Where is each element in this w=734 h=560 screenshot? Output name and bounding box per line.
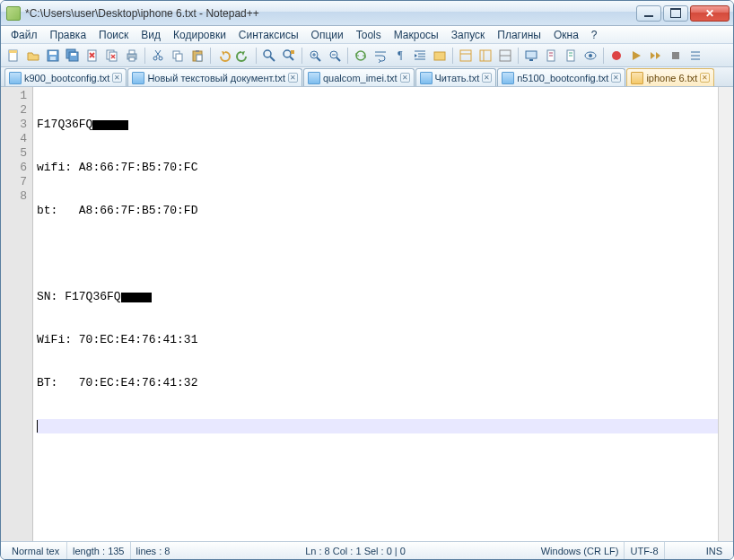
svg-rect-3: [49, 51, 57, 55]
tab-qualcom[interactable]: qualcom_imei.txt✕: [303, 68, 415, 86]
doc1-icon[interactable]: [542, 47, 560, 65]
svg-point-60: [589, 54, 592, 57]
mon-icon[interactable]: [522, 47, 540, 65]
list-icon[interactable]: [686, 47, 704, 65]
svg-point-18: [153, 57, 157, 60]
folder-icon[interactable]: [431, 47, 449, 65]
minimize-button[interactable]: [636, 5, 661, 22]
menu-search[interactable]: Поиск: [92, 27, 135, 43]
editor[interactable]: 1 2 3 4 5 6 7 8 F17Q36FQ wifi: A8:66:7F:…: [1, 87, 733, 541]
find-icon[interactable]: [260, 47, 278, 65]
wrap-icon[interactable]: [371, 47, 389, 65]
menu-plugins[interactable]: Плагины: [491, 27, 547, 43]
menu-run[interactable]: Запуск: [445, 27, 492, 43]
print-icon[interactable]: [123, 47, 141, 65]
svg-rect-62: [672, 52, 679, 59]
doc2-icon[interactable]: [562, 47, 580, 65]
new-icon[interactable]: [4, 47, 22, 65]
tab-n5100[interactable]: n5100_bootconfig.txt✕: [497, 68, 625, 86]
close-icon[interactable]: [83, 47, 101, 65]
menu-view[interactable]: Вид: [135, 27, 167, 43]
sync-icon[interactable]: [352, 47, 370, 65]
close-button[interactable]: ✕: [690, 5, 730, 22]
line-number: 8: [1, 189, 27, 204]
copy-icon[interactable]: [169, 47, 187, 65]
zoomout-icon[interactable]: [326, 47, 344, 65]
menu-encoding[interactable]: Кодировки: [167, 27, 232, 43]
play-icon[interactable]: [627, 47, 645, 65]
tab-close-icon[interactable]: ✕: [700, 73, 710, 83]
redo-icon[interactable]: [234, 47, 252, 65]
paste-icon[interactable]: [188, 47, 206, 65]
menu-edit[interactable]: Правка: [44, 27, 93, 43]
code-line: [37, 247, 718, 261]
tabbar: k900_bootconfig.txt✕ Новый текстовый док…: [1, 67, 733, 87]
code-area[interactable]: F17Q36FQ wifi: A8:66:7F:B5:70:FC bt: A8:…: [33, 87, 718, 541]
code-line: SN: F17Q36FQ: [37, 290, 718, 304]
hide-icon[interactable]: [496, 47, 514, 65]
status-filetype: Normal tex: [6, 542, 67, 559]
svg-rect-25: [196, 50, 199, 52]
line-number: 4: [1, 132, 27, 146]
menu-tools[interactable]: Tools: [350, 27, 388, 43]
scrollbar-vertical[interactable]: [718, 87, 733, 541]
redacted: [121, 293, 152, 302]
svg-rect-26: [197, 55, 202, 61]
tab-iphone6[interactable]: iphone 6.txt✕: [626, 68, 714, 86]
file-icon: [308, 72, 320, 84]
code-line: F17Q36FQ: [37, 118, 718, 132]
closeall-icon[interactable]: [103, 47, 121, 65]
eye-icon[interactable]: [581, 47, 599, 65]
tab-close-icon[interactable]: ✕: [482, 73, 492, 83]
svg-line-30: [290, 57, 293, 60]
menu-macros[interactable]: Макросы: [388, 27, 445, 43]
svg-line-21: [155, 50, 160, 57]
cut-icon[interactable]: [149, 47, 167, 65]
svg-point-61: [612, 51, 621, 60]
tab-close-icon[interactable]: ✕: [400, 73, 410, 83]
undo-icon[interactable]: [214, 47, 232, 65]
svg-rect-47: [480, 50, 491, 61]
file-icon: [631, 72, 643, 84]
app-icon: [6, 6, 21, 21]
file-icon: [502, 72, 514, 84]
maximize-button[interactable]: [663, 5, 688, 22]
text-cursor: [37, 420, 38, 433]
tab-close-icon[interactable]: ✕: [112, 73, 122, 83]
code-line: wifi: A8:66:7F:B5:70:FC: [37, 161, 718, 175]
menu-help[interactable]: ?: [585, 27, 604, 43]
svg-line-38: [336, 57, 340, 61]
func1-icon[interactable]: [457, 47, 475, 65]
tab-k900[interactable]: k900_bootconfig.txt✕: [4, 68, 127, 86]
status-position: Ln : 8 Col : 1 Sel : 0 | 0: [300, 542, 411, 559]
svg-point-19: [159, 57, 162, 60]
menu-syntax[interactable]: Синтаксисы: [232, 27, 305, 43]
status-mode: INS: [701, 542, 728, 559]
rec-icon[interactable]: [607, 47, 625, 65]
window-title: *C:\Users\user\Desktop\iphone 6.txt - No…: [25, 7, 636, 20]
replace-icon[interactable]: [280, 47, 298, 65]
indent-icon[interactable]: [411, 47, 429, 65]
tab-newdoc[interactable]: Новый текстовый документ.txt✕: [127, 68, 302, 86]
file-icon: [132, 72, 144, 84]
statusbar: Normal tex length : 135 lines : 8 Ln : 8…: [1, 541, 733, 559]
allchars-icon[interactable]: ¶: [391, 47, 409, 65]
open-icon[interactable]: [24, 47, 42, 65]
saveall-icon[interactable]: [64, 47, 82, 65]
zoomin-icon[interactable]: [306, 47, 324, 65]
func2-icon[interactable]: [476, 47, 494, 65]
tab-close-icon[interactable]: ✕: [288, 73, 298, 83]
status-length: length : 135: [67, 542, 131, 559]
tab-label: k900_bootconfig.txt: [24, 73, 109, 83]
tab-read[interactable]: Читать.txt✕: [415, 68, 497, 86]
svg-rect-17: [129, 57, 135, 61]
menu-windows[interactable]: Окна: [547, 27, 585, 43]
menu-options[interactable]: Опции: [305, 27, 350, 43]
svg-line-20: [156, 50, 161, 57]
save-icon[interactable]: [44, 47, 62, 65]
tab-close-icon[interactable]: ✕: [611, 73, 621, 83]
menu-file[interactable]: Файл: [4, 27, 44, 43]
playfast-icon[interactable]: [647, 47, 665, 65]
stop-icon[interactable]: [667, 47, 685, 65]
svg-point-27: [264, 50, 271, 57]
